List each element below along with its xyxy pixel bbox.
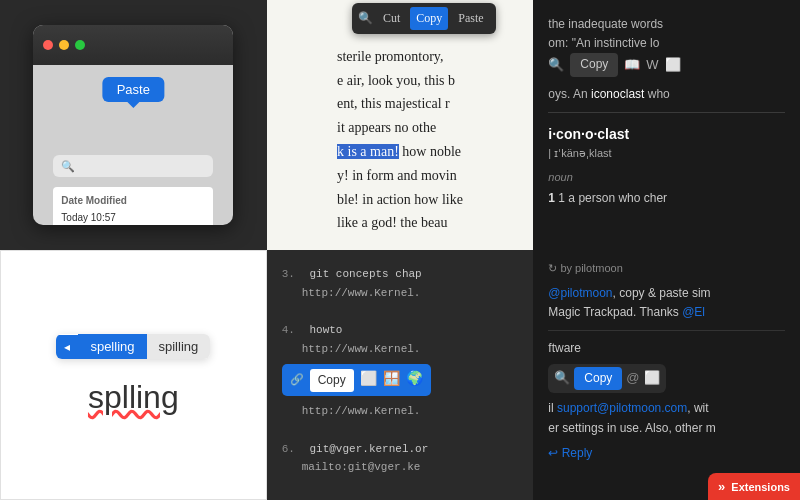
spelling-prev-arrow[interactable]: ◂ [56,335,78,359]
maximize-dot[interactable] [75,40,85,50]
finder-search-bar[interactable]: 🔍 [53,155,213,177]
cut-button[interactable]: Cut [377,7,406,30]
options-icon[interactable]: ⬜ [665,55,681,76]
search-icon[interactable]: 🔍 [548,55,564,76]
finder-content: Date Modified Today 10:57 1 April 2014 1… [53,187,213,225]
tab-icon[interactable]: ⬜ [360,368,377,392]
cell-terminal: 3. git concepts chap http://www.Kernel. … [267,250,534,500]
paste-button[interactable]: Paste [452,7,489,30]
dictionary-phonetic: | ɪˈkänəˌklast [548,145,785,163]
search-icon: 🔍 [61,160,75,173]
at-icon[interactable]: @ [626,368,639,389]
spelling-suggestion[interactable]: spilling [147,334,211,359]
twitter-area: ↻ by pilotmoon @pilotmoon, copy & paste … [533,250,800,500]
extensions-label: Extensions [731,481,790,493]
extensions-badge[interactable]: » Extensions [708,473,800,500]
twitter-text-1: @pilotmoon, copy & paste sim [548,284,785,303]
cell-spelling: ◂ spelling spilling splling [0,250,267,500]
dictionary-type: noun [548,169,785,187]
spelling-menu: ◂ spelling spilling [56,334,210,359]
terminal-copy-button[interactable]: Copy [310,369,354,391]
twitter-copy-toolbar: 🔍 Copy @ ⬜ [548,364,665,393]
misspelled-word: splling [88,379,179,416]
globe-icon[interactable]: 🌍 [406,368,423,392]
cell-text: 🔍 Cut Copy Paste sterile promontory, e a… [267,0,534,250]
dict-toolbar: 🔍 Copy 📖 W ⬜ [548,53,785,76]
cell-dictionary: the inadequate words om: "An instinctive… [533,0,800,250]
text-area: 🔍 Cut Copy Paste sterile promontory, e a… [322,0,478,250]
cursor-icon: W [646,55,658,76]
software-label: ftware [548,339,785,358]
minimize-dot[interactable] [59,40,69,50]
terminal-url-line: http://www.Kernel. [302,402,519,421]
cell-twitter: ↻ by pilotmoon @pilotmoon, copy & paste … [533,250,800,500]
twitter-text-2: Magic Trackpad. Thanks @El [548,303,785,322]
chevron-double-icon: » [718,479,725,494]
link-icon[interactable]: 🔗 [290,371,304,390]
book-icon[interactable]: 📖 [624,55,640,76]
text-selection-toolbar: 🔍 Cut Copy Paste [352,3,496,34]
calendar-icon[interactable]: ⬜ [644,368,660,389]
email-line: il support@pilotmoon.com, wit [548,399,785,418]
search-icon-twitter[interactable]: 🔍 [554,368,570,389]
terminal-line-3: 3. git concepts chap http://www.Kernel. [282,265,519,302]
settings-line: er settings in use. Also, other m [548,419,785,438]
dictionary-definition: 1 1 a person who cher [548,190,785,207]
spelling-active-option[interactable]: spelling [78,334,146,359]
terminal-line-6: 6. git@vger.kernel.or mailto:git@vger.ke [282,440,519,477]
twitter-retweet-header: ↻ by pilotmoon [548,260,785,278]
selected-text: k is a man! [337,144,399,159]
terminal-output: 3. git concepts chap http://www.Kernel. … [267,250,534,500]
date-modified-label: Date Modified [61,195,205,206]
close-dot[interactable] [43,40,53,50]
paste-tooltip[interactable]: Paste [103,77,164,102]
dict-copy-button[interactable]: Copy [570,53,618,76]
window-icon[interactable]: 🪟 [383,368,400,392]
search-icon[interactable]: 🔍 [358,9,373,28]
twitter-copy-button[interactable]: Copy [574,367,622,390]
terminal-line-4: 4. howto http://www.Kernel. [282,321,519,358]
copy-button[interactable]: Copy [410,7,448,30]
terminal-copy-toolbar: 🔗 Copy ⬜ 🪟 🌍 [282,364,431,396]
finder-row-1: Today 10:57 [61,210,205,225]
reply-button[interactable]: ↩ Reply [548,444,785,463]
dictionary-word: i·con·o·clast [548,123,785,145]
email-address[interactable]: support@pilotmoon.com [557,401,687,415]
finder-window: Paste 🔍 Date Modified Today 10:57 1 Apri… [33,25,233,225]
cell-finder: Paste 🔍 Date Modified Today 10:57 1 Apri… [0,0,267,250]
paste-label: Paste [117,82,150,97]
spelling-container: ◂ spelling spilling splling [56,334,210,416]
finder-titlebar [33,25,233,65]
dictionary-content: the inadequate words om: "An instinctive… [533,0,800,250]
